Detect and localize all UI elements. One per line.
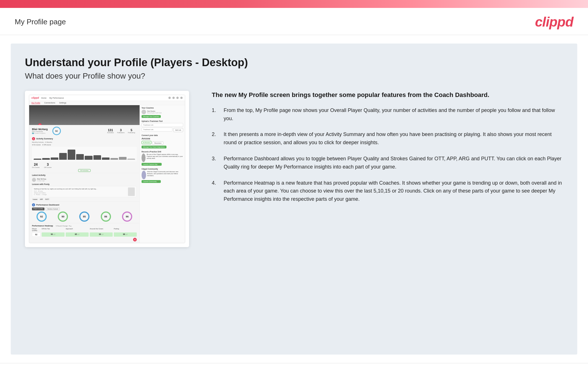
info-item-2-text: It then presents a more in-depth view of… [224,130,563,147]
activity-chart [32,147,137,161]
notification-icon [172,97,175,99]
trackman-section: Upload a Trackman Test Add Link [142,120,183,132]
off-course-toggle: ● Off-course [42,144,51,146]
content-layout: clippd Home My Performance My Profile [25,91,563,247]
lesson-icon [128,187,135,196]
page-title: My Profile page [15,18,66,26]
community-content: Visit the Clippd Community and discover … [142,171,183,179]
mockup-sub-nav: My Profile Connections Settings [29,101,185,105]
info-lead-text: The new My Profile screen brings togethe… [212,91,563,100]
arccos-disconnect-btn[interactable]: Disconnect [152,141,163,145]
info-item-1: From the top, My Profile page now shows … [212,106,563,123]
bar-9 [102,157,110,160]
latest-activity-section: Latest Activity Blair McHarg2 days ago L… [29,173,140,202]
on-course-label: On Course [32,167,40,168]
info-item-2: It then presents a more in-depth view of… [212,130,563,147]
drill-section: Record a Practice Drill Be one of the Cl… [142,151,183,166]
mockup-nav-right [168,97,183,99]
badge-3: 3 [32,203,35,206]
subnav-settings: Settings [59,102,66,104]
player-quality-ring: 92 [52,127,61,135]
tag-putt: PUTT [44,198,50,200]
connect-data-section: Connect your data Arccos ● Arccos Discon… [142,134,183,148]
following-value: 5 [128,128,135,132]
browser-mockup: clippd Home My Performance My Profile [29,95,185,243]
perf-ring-app: 85 [79,211,89,222]
chart-bars [34,148,135,160]
trackman-link-input[interactable] [142,128,172,131]
performance-rings: 92 90 85 86 96 [32,211,137,222]
following-label: Following [128,132,135,133]
bar-6 [76,154,84,160]
arccos-connected-badge: ● Arccos [142,141,151,144]
heatmap-cell-approach: 85 ↓↑ [66,232,89,237]
heatmap-cell-around: 96 ↓↑ [90,232,113,237]
top-bar [0,0,588,8]
community-section: Clippd Community Visit the Clippd Commun… [142,168,183,183]
main-title: Understand your Profile (Players - Deskt… [25,57,563,69]
mockup-body: 1 Blair McHarg Plus Handicap 🌍 United Ki… [29,105,185,243]
manage-coaches-btn[interactable]: Manage Your Coaches [142,115,161,118]
lesson-content: Nothing to feel like my nights are worki… [34,188,126,195]
community-description: Visit the Clippd Community and discover … [147,171,183,177]
la-avatar [32,178,36,182]
heatmap-badge-area: 4 [32,238,137,241]
badge-4: 4 [133,238,137,241]
heatmap-label-offtee: Off the Tee [42,228,65,231]
logo: clippd [535,14,573,30]
activities-value: 131 [107,128,114,132]
activity-summary-section: 2 Activity Summary Monthly Activity - 6 … [29,136,140,173]
profile-stats: 131 Activities 3 Followers 5 Following [107,128,137,133]
activity-toggles: ● On-course ● Off-course [32,144,137,146]
coach-item: Dan Davies Barnehyde Golf Club [142,110,183,114]
badge-2: 2 [32,137,35,140]
info-item-3: Performance Dashboard allows you to togg… [212,155,563,171]
mockup-logo: clippd [31,96,39,99]
heatmap-label-putting: Putting [114,228,137,231]
perf-ring-putt: 96 [122,211,132,222]
oncourse-offcourse: 24 On Course 3 Off Course [32,163,137,168]
main-content: Understand your Profile (Players - Deskt… [11,44,577,355]
footer: Copyright Clippd 2022 [0,363,588,367]
trackman-title: Upload a Trackman Test [142,120,183,122]
profile-location: 🌍 United Kingdom [32,132,48,134]
browser-navbar: clippd Home My Performance [29,95,185,101]
heatmap-cell-overall: 92 [32,232,40,237]
strokes-gained-toggle[interactable]: Strokes Gained [46,208,60,210]
profile-details: Blair McHarg Plus Handicap 🌍 United King… [32,128,48,134]
profile-bg [29,105,140,125]
manage-integrations-btn[interactable]: Manage Your Data Integrations [142,146,166,148]
screenshot-mockup: clippd Home My Performance My Profile [25,91,189,247]
info-list: From the top, My Profile page now shows … [212,106,563,203]
followers-value: 3 [117,128,125,132]
latest-activity-item: Blair McHarg2 days ago [32,177,137,182]
launch-community-btn[interactable]: Launch Community 🏌 [142,180,161,183]
community-title: Clippd Community [142,168,183,170]
heatmap-label-around: Around the Green [90,228,113,231]
trackman-input[interactable] [142,123,183,127]
bar-8 [93,155,101,160]
bar-5 [68,150,75,160]
performance-heatmap-section: Performance Heatmap 5 Round Change: ▼▲ P… [29,223,140,243]
badge-1: 1 [38,123,42,125]
mockup-right-col: Your Coaches Dan Davies Barnehyde Golf C… [140,105,185,243]
trackman-add-btn[interactable]: Add Link [173,128,183,132]
arccos-brand: Arccos [142,137,150,140]
activities-stat: 131 Activities [107,128,114,133]
heatmap-row: 92 90 ↓↑ 85 ↓↑ 96 ↓↑ 96 ↓↑ [32,232,137,237]
coaches-section: Your Coaches Dan Davies Barnehyde Golf C… [142,107,183,118]
player-quality-toggle[interactable]: Player Quality [32,208,44,210]
settings-icon [176,97,179,99]
info-item-4: Performance Heatmap is a new feature tha… [212,179,563,203]
on-course-stat: 24 On Course [32,163,40,168]
heatmap-title: Performance Heatmap 5 Round Change: ▼▲ [32,225,137,227]
heatmap-cell-offtee: 90 ↓↑ [42,232,65,237]
la-text: Blair McHarg2 days ago [37,178,46,182]
bar-2 [42,158,50,160]
mockup-nav-items: Home My Performance [41,97,64,99]
search-icon [168,97,171,99]
all-activities-btn[interactable]: All Activities [78,169,90,172]
lesson-media: Videos and Videos0 · Photos · 1 Image [34,192,126,195]
coach-club: Barnehyde Golf Club [147,112,162,114]
launch-capture-btn[interactable]: Launch Capture App 🏌 [142,163,162,166]
